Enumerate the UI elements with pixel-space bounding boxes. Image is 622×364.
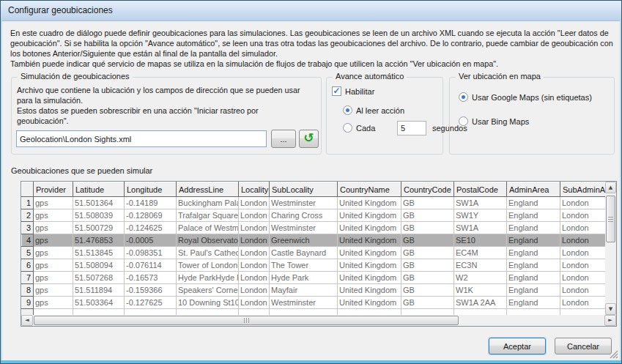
row-number-header — [22, 182, 34, 197]
cell: 10 Downing St10 Dow — [177, 297, 239, 309]
row-number[interactable]: 9 — [22, 297, 34, 309]
cell: gps — [34, 272, 73, 284]
browse-button[interactable]: ... — [271, 130, 296, 148]
geolocation-file-input[interactable] — [16, 130, 267, 147]
cell: United Kingdom — [338, 197, 401, 209]
interval-radio[interactable] — [343, 123, 352, 133]
column-header-subadminarea[interactable]: SubAdminArea — [560, 182, 606, 197]
cell: London — [239, 297, 270, 309]
cell: United Kingdom — [338, 234, 401, 247]
cell: Palace of WestminsterL — [177, 222, 239, 234]
table-row[interactable]: 6gps51.508094-0.076114Tower of LondonLon… — [22, 259, 606, 272]
table-row[interactable]: 9gps51.503364-0.12762510 Downing St10 Do… — [22, 297, 606, 309]
table-vertical-scrollbar[interactable]: ▲ ▼ — [605, 182, 616, 315]
cell: gps — [34, 259, 73, 272]
column-header-sublocality[interactable]: SubLocality — [270, 182, 338, 197]
scroll-up-button[interactable]: ▲ — [605, 182, 616, 193]
cell: -0.098351 — [125, 247, 177, 259]
table-row[interactable]: 7gps51.507268-0.16573Hyde ParkHyde ParkL… — [22, 272, 606, 284]
column-header-provider[interactable]: Provider — [34, 182, 73, 197]
table-row[interactable]: 4gps51.476853-0.0005Royal Observatory Gr… — [22, 234, 606, 247]
row-number[interactable]: 5 — [22, 247, 34, 259]
cell: GB — [401, 272, 454, 284]
bing-maps-radio[interactable] — [459, 116, 468, 126]
enable-checkbox-row[interactable]: ✓ Habilitar — [332, 86, 374, 96]
check-icon: ✓ — [333, 86, 340, 96]
vertical-scroll-thumb[interactable] — [606, 196, 615, 242]
cell: 51.508039 — [73, 209, 125, 222]
cell: GB — [401, 297, 454, 309]
cell: Westminster — [270, 197, 338, 209]
cell: EC4M — [454, 247, 507, 259]
cell: United Kingdom — [338, 297, 401, 309]
row-number[interactable]: 2 — [22, 209, 34, 222]
column-header-longitude[interactable]: Longitude — [125, 182, 177, 197]
row-number[interactable]: 6 — [22, 259, 34, 272]
column-header-locality[interactable]: Locality — [239, 182, 270, 197]
row-number[interactable]: 7 — [22, 272, 34, 284]
bing-maps-radio-row[interactable]: Usar Bing Maps — [459, 116, 529, 126]
table-horizontal-scrollbar[interactable]: ◄ ► — [21, 315, 616, 326]
google-maps-radio-row[interactable]: Usar Google Maps (sin etiquetas) — [459, 92, 592, 102]
table-row[interactable]: 3gps51.500729-0.124625Palace of Westmins… — [22, 222, 606, 234]
seconds-input[interactable] — [397, 121, 426, 135]
column-header-adminarea[interactable]: AdminArea — [507, 182, 560, 197]
accept-button[interactable]: Aceptar — [489, 338, 546, 354]
cell: England — [507, 209, 560, 222]
row-number[interactable]: 1 — [22, 197, 34, 209]
cell: GB — [401, 259, 454, 272]
on-read-radio-row[interactable]: Al leer acción — [343, 105, 404, 115]
on-read-radio[interactable] — [343, 105, 352, 115]
cell: England — [507, 247, 560, 259]
cell: London — [239, 234, 270, 247]
cell: Buckingham PalaceCor — [177, 197, 239, 209]
table-row[interactable]: 5gps51.513845-0.098351St. Paul's Cathedr… — [22, 247, 606, 259]
cell: SW1A 2AA — [454, 297, 507, 309]
column-header-latitude[interactable]: Latitude — [73, 182, 125, 197]
cell: London — [239, 259, 270, 272]
table-row[interactable]: 8gps51.511894-0.159366Speakers' CornerLo… — [22, 284, 606, 297]
column-header-addressline[interactable]: AddressLine — [177, 182, 239, 197]
cell: United Kingdom — [338, 222, 401, 234]
cell: -0.0005 — [125, 234, 177, 247]
row-number[interactable]: 3 — [22, 222, 34, 234]
cell: GB — [401, 209, 454, 222]
row-number[interactable]: 8 — [22, 284, 34, 297]
cell: 51.500729 — [73, 222, 125, 234]
cell: London — [239, 197, 270, 209]
cell: gps — [34, 197, 73, 209]
cell: Greenwich — [270, 234, 338, 247]
table-body: 1gps51.501364-0.14189Buckingham PalaceCo… — [22, 197, 606, 316]
dialog-titlebar[interactable]: Configurar geoubicaciones — [1, 1, 621, 21]
horizontal-scroll-thumb[interactable] — [34, 316, 459, 325]
resize-grip-icon[interactable] — [610, 350, 618, 359]
table-row[interactable]: 2gps51.508039-0.128069Trafalgar SquareLo… — [22, 209, 606, 222]
cell: London — [239, 272, 270, 284]
empty-row — [22, 309, 606, 316]
interval-radio-row[interactable]: Cada — [343, 123, 375, 133]
cell: Trafalgar SquareLondo — [177, 209, 239, 222]
google-maps-radio[interactable] — [459, 92, 468, 102]
cell: London — [560, 259, 606, 272]
column-header-countrycode[interactable]: CountryCode — [401, 182, 454, 197]
cell: gps — [34, 247, 73, 259]
table-row[interactable]: 1gps51.501364-0.14189Buckingham PalaceCo… — [22, 197, 606, 209]
column-header-postalcode[interactable]: PostalCode — [454, 182, 507, 197]
dialog-title: Configurar geoubicaciones — [1, 1, 621, 15]
cell: -0.128069 — [125, 209, 177, 222]
cancel-button[interactable]: Cancelar — [555, 338, 612, 354]
group-title: Ver ubicación en mapa — [456, 72, 544, 81]
group-auto-advance: Avance automático ✓ Habilitar Al leer ac… — [326, 77, 443, 155]
enable-checkbox[interactable]: ✓ — [332, 86, 341, 96]
reload-file-button[interactable]: ↺ — [299, 130, 319, 148]
scroll-left-button[interactable]: ◄ — [21, 315, 33, 326]
row-number[interactable]: 4 — [22, 234, 34, 247]
cell: -0.14189 — [125, 197, 177, 209]
cell: England — [507, 234, 560, 247]
column-header-countryname[interactable]: CountryName — [338, 182, 401, 197]
scroll-right-button[interactable]: ► — [604, 315, 616, 326]
scroll-down-button[interactable]: ▼ — [605, 303, 616, 315]
cell: United Kingdom — [338, 209, 401, 222]
table-grid: ProviderLatitudeLongitudeAddressLineLoca… — [21, 182, 605, 315]
up-arrow-icon: ▲ — [609, 185, 612, 190]
